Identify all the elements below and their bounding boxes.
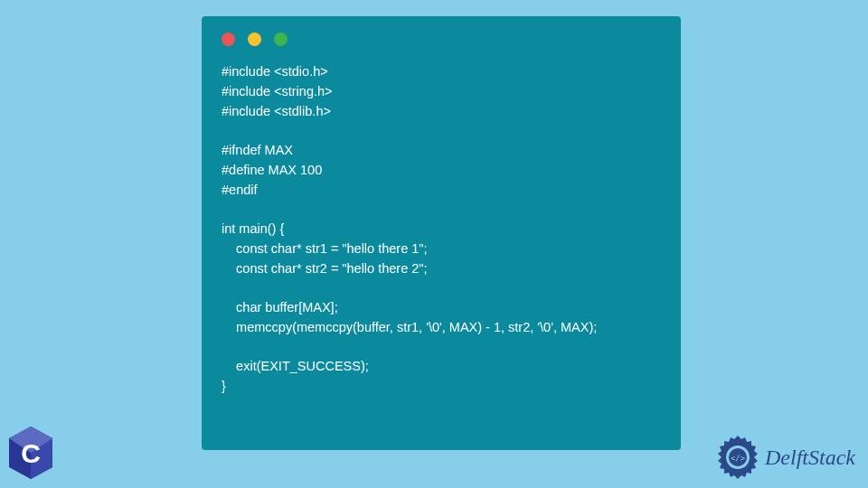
gear-icon: </> — [714, 434, 761, 481]
code-content: #include <stdio.h> #include <string.h> #… — [222, 62, 661, 397]
delftstack-logo: </> DelftStack — [714, 434, 855, 481]
svg-text:C: C — [21, 438, 41, 468]
minimize-icon — [248, 33, 261, 46]
c-language-logo-icon: C — [5, 425, 56, 481]
window-controls — [222, 33, 661, 46]
close-icon — [222, 33, 235, 46]
svg-text:</>: </> — [731, 454, 746, 463]
maximize-icon — [274, 33, 288, 46]
code-window: #include <stdio.h> #include <string.h> #… — [202, 16, 681, 450]
brand-name: DelftStack — [765, 446, 855, 470]
